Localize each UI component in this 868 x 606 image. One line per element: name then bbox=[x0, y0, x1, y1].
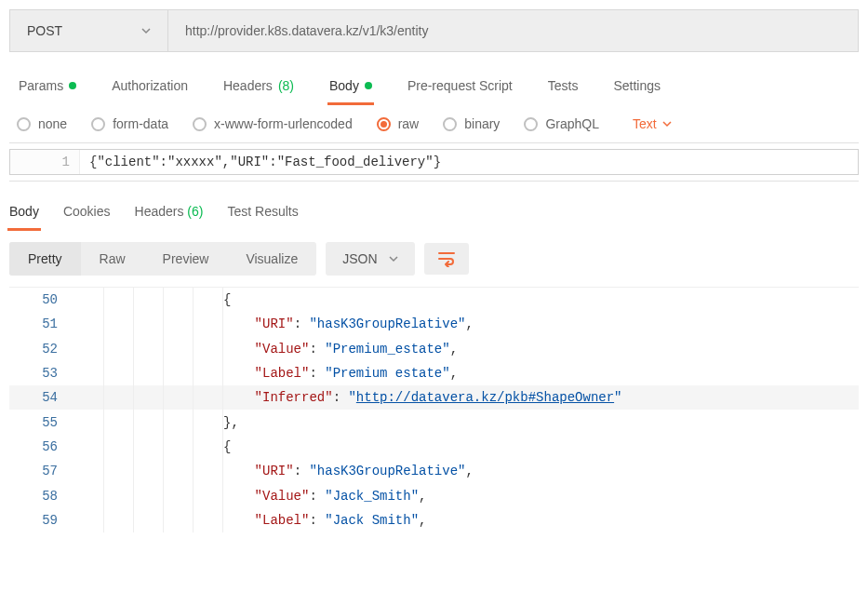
tab-settings[interactable]: Settings bbox=[611, 71, 662, 105]
response-section: Body Cookies Headers (6) Test Results Pr… bbox=[0, 182, 868, 532]
http-method-select[interactable]: POST bbox=[10, 10, 168, 51]
radio-none[interactable]: none bbox=[17, 116, 67, 131]
view-mode-group: Pretty Raw Preview Visualize bbox=[9, 242, 316, 276]
resp-tab-headers[interactable]: Headers (6) bbox=[133, 198, 206, 231]
radio-graphql[interactable]: GraphQL bbox=[524, 116, 599, 131]
line-number: 58 bbox=[9, 489, 74, 504]
tab-headers[interactable]: Headers (8) bbox=[221, 71, 296, 105]
tab-params[interactable]: Params bbox=[17, 71, 78, 105]
response-body-viewer[interactable]: 50{51 "URI": "hasK3GroupRelative",52 "Va… bbox=[9, 287, 859, 532]
wrap-icon bbox=[437, 250, 456, 267]
url-link[interactable]: http://datavera.kz/pkb#ShapeOwner bbox=[356, 390, 614, 405]
view-preview[interactable]: Preview bbox=[144, 242, 228, 276]
line-number: 1 bbox=[10, 150, 80, 174]
request-bar: POST bbox=[9, 9, 859, 52]
line-number: 52 bbox=[9, 342, 74, 357]
line-number: 59 bbox=[9, 513, 74, 528]
code-content: }, bbox=[223, 415, 239, 430]
code-line: 54 "Inferred": "http://datavera.kz/pkb#S… bbox=[9, 385, 859, 410]
radio-binary[interactable]: binary bbox=[443, 116, 500, 131]
request-body-content[interactable]: {"client":"xxxxx","URI":"Fast_food_deliv… bbox=[80, 150, 858, 174]
status-dot-icon bbox=[69, 82, 76, 89]
code-line: 56{ bbox=[9, 435, 859, 459]
request-body-editor[interactable]: 1 {"client":"xxxxx","URI":"Fast_food_del… bbox=[9, 142, 859, 182]
code-line: 53 "Label": "Premium estate", bbox=[9, 361, 859, 385]
chevron-down-icon bbox=[662, 119, 672, 128]
line-number: 53 bbox=[9, 366, 74, 381]
resp-tab-tests[interactable]: Test Results bbox=[225, 198, 300, 231]
code-content: "Label": "Jack Smith", bbox=[223, 513, 426, 528]
raw-format-select[interactable]: Text bbox=[633, 116, 672, 131]
code-content: "URI": "hasK3GroupRelative", bbox=[223, 316, 474, 331]
tab-tests[interactable]: Tests bbox=[546, 71, 581, 105]
code-line: 59 "Label": "Jack Smith", bbox=[9, 508, 859, 532]
request-tabs: Params Authorization Headers (8) Body Pr… bbox=[0, 61, 868, 105]
line-number: 51 bbox=[9, 316, 74, 331]
code-content: "Label": "Premium estate", bbox=[223, 366, 458, 381]
code-line: 58 "Value": "Jack_Smith", bbox=[9, 483, 859, 507]
body-type-radios: none form-data x-www-form-urlencoded raw… bbox=[0, 105, 868, 142]
resp-tab-body[interactable]: Body bbox=[7, 198, 41, 231]
tab-prerequest[interactable]: Pre-request Script bbox=[406, 71, 514, 105]
response-toolbar: Pretty Raw Preview Visualize JSON bbox=[0, 231, 868, 287]
code-content: { bbox=[223, 439, 231, 454]
line-number: 55 bbox=[9, 415, 74, 430]
view-raw[interactable]: Raw bbox=[81, 242, 144, 276]
request-url-input[interactable] bbox=[168, 10, 858, 51]
radio-formdata[interactable]: form-data bbox=[91, 116, 168, 131]
line-number: 57 bbox=[9, 464, 74, 478]
resp-tab-cookies[interactable]: Cookies bbox=[61, 198, 113, 231]
radio-urlencoded[interactable]: x-www-form-urlencoded bbox=[193, 116, 353, 131]
view-visualize[interactable]: Visualize bbox=[227, 242, 316, 276]
code-line: 55}, bbox=[9, 410, 859, 434]
code-content: { bbox=[223, 292, 231, 307]
code-line: 57 "URI": "hasK3GroupRelative", bbox=[9, 459, 859, 483]
tab-body[interactable]: Body bbox=[327, 71, 374, 105]
tab-authorization[interactable]: Authorization bbox=[110, 71, 190, 105]
radio-raw[interactable]: raw bbox=[377, 116, 420, 131]
code-line: 52 "Value": "Premium_estate", bbox=[9, 337, 859, 361]
response-format-select[interactable]: JSON bbox=[326, 242, 414, 276]
code-line: 50{ bbox=[9, 288, 859, 312]
code-content: "Value": "Premium_estate", bbox=[223, 342, 458, 357]
code-line: 51 "URI": "hasK3GroupRelative", bbox=[9, 312, 859, 336]
code-content: "Inferred": "http://datavera.kz/pkb#Shap… bbox=[223, 390, 622, 405]
view-pretty[interactable]: Pretty bbox=[9, 242, 81, 276]
line-number: 54 bbox=[9, 390, 74, 405]
response-tabs: Body Cookies Headers (6) Test Results bbox=[0, 198, 868, 231]
line-number: 50 bbox=[9, 292, 74, 307]
status-dot-icon bbox=[365, 82, 372, 89]
code-content: "URI": "hasK3GroupRelative", bbox=[223, 464, 474, 478]
line-number: 56 bbox=[9, 439, 74, 454]
chevron-down-icon bbox=[141, 26, 151, 35]
wrap-lines-button[interactable] bbox=[424, 243, 469, 275]
chevron-down-icon bbox=[389, 254, 398, 263]
http-method-value: POST bbox=[27, 23, 62, 38]
code-content: "Value": "Jack_Smith", bbox=[223, 489, 426, 504]
